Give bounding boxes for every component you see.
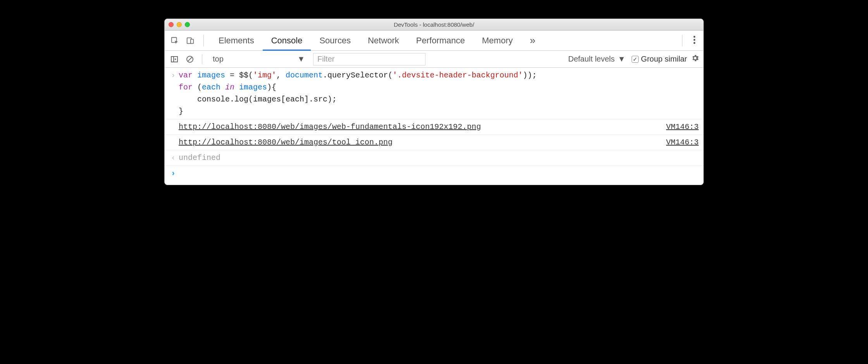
output-chevron-icon: ‹ — [168, 152, 179, 164]
window-title: DevTools - localhost:8080/web/ — [165, 21, 703, 28]
log-levels-select[interactable]: Default levels ▼ — [566, 55, 628, 64]
prompt-chevron-icon: › — [168, 167, 179, 179]
console-input[interactable] — [179, 167, 699, 179]
svg-point-3 — [694, 36, 696, 38]
tab-sources[interactable]: Sources — [311, 31, 359, 50]
checkbox-checked-icon — [632, 56, 639, 63]
console-body: › var images = $$('img', document.queryS… — [165, 68, 703, 185]
svg-line-10 — [188, 57, 192, 61]
svg-rect-2 — [191, 39, 193, 43]
log-url-link[interactable]: http://localhost:8080/web/images/web-fun… — [179, 121, 481, 133]
chevron-down-icon: ▼ — [297, 55, 305, 64]
main-tabs-row: Elements Console Sources Network Perform… — [165, 31, 703, 51]
group-similar-toggle[interactable]: Group similar — [632, 55, 687, 64]
kebab-menu-icon[interactable] — [689, 36, 700, 46]
tab-memory[interactable]: Memory — [474, 31, 521, 50]
devtools-window: DevTools - localhost:8080/web/ Elements … — [164, 19, 704, 185]
divider — [202, 54, 202, 64]
titlebar: DevTools - localhost:8080/web/ — [165, 19, 703, 31]
tab-network[interactable]: Network — [359, 31, 408, 50]
tab-console[interactable]: Console — [263, 31, 311, 50]
console-result-entry: ‹ undefined — [165, 150, 703, 166]
gutter — [168, 121, 179, 133]
tab-elements[interactable]: Elements — [210, 31, 263, 50]
source-link[interactable]: VM146:3 — [666, 136, 699, 148]
filter-input[interactable] — [313, 53, 425, 65]
source-link[interactable]: VM146:3 — [666, 121, 699, 133]
gutter — [168, 136, 179, 148]
code-content[interactable]: var images = $$('img', document.querySel… — [179, 69, 699, 117]
group-similar-label: Group similar — [641, 55, 687, 64]
context-label: top — [213, 55, 224, 64]
execution-context-select[interactable]: top ▼ — [208, 53, 309, 65]
result-value: undefined — [179, 152, 220, 164]
svg-rect-6 — [171, 57, 177, 62]
console-toolbar: top ▼ Default levels ▼ Group similar — [165, 51, 703, 68]
inspect-element-icon[interactable] — [168, 34, 182, 48]
svg-point-5 — [694, 42, 696, 44]
svg-point-4 — [694, 39, 696, 41]
console-prompt[interactable]: › — [165, 166, 703, 185]
divider — [682, 35, 682, 46]
svg-marker-8 — [175, 58, 176, 60]
tabs-overflow-button[interactable]: » — [526, 34, 539, 46]
log-url-link[interactable]: http://localhost:8080/web/images/tool_ic… — [179, 136, 393, 148]
console-log-entry: http://localhost:8080/web/images/web-fun… — [165, 119, 703, 135]
clear-console-icon[interactable] — [184, 53, 196, 65]
chevron-down-icon: ▼ — [618, 55, 625, 64]
toggle-sidebar-icon[interactable] — [169, 53, 180, 65]
tab-performance[interactable]: Performance — [408, 31, 474, 50]
levels-label: Default levels — [568, 55, 615, 64]
device-toolbar-icon[interactable] — [183, 34, 197, 48]
console-log-entry: http://localhost:8080/web/images/tool_ic… — [165, 135, 703, 150]
tabs: Elements Console Sources Network Perform… — [210, 31, 521, 50]
console-input-entry: › var images = $$('img', document.queryS… — [165, 68, 703, 119]
input-chevron-icon: › — [168, 69, 179, 117]
console-settings-icon[interactable] — [691, 54, 699, 64]
divider — [203, 35, 204, 46]
